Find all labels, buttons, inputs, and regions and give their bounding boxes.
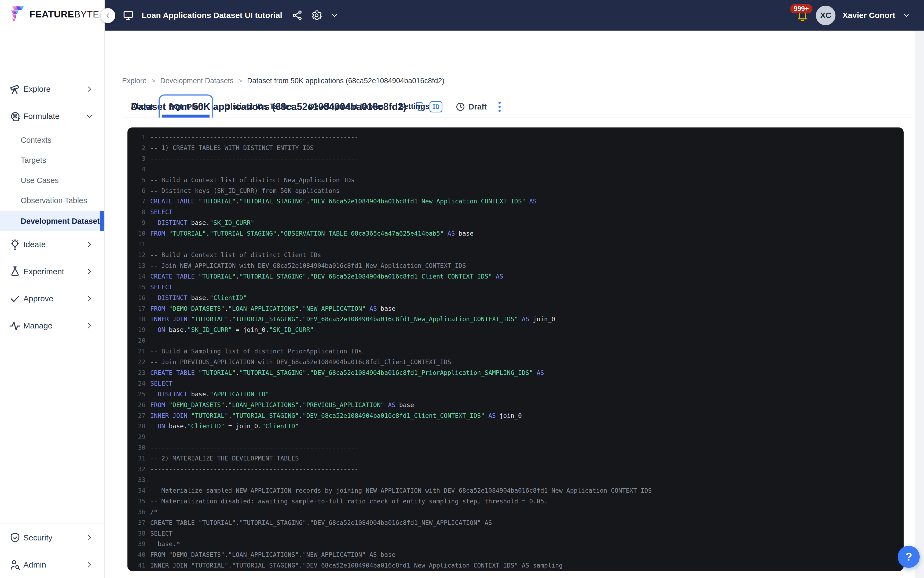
line-number: 25 — [127, 389, 146, 400]
chevron-right-icon — [86, 268, 93, 275]
line-number: 22 — [127, 357, 146, 368]
help-button[interactable]: ? — [898, 546, 920, 568]
code-line: 27INNER JOIN "TUTORIAL"."TUTORIAL_STAGIN… — [127, 411, 904, 421]
clock-icon — [455, 102, 465, 112]
line-number: 33 — [127, 475, 146, 485]
brand-wordmark: FEATUREBYTE — [29, 9, 99, 19]
code-line: 37CREATE TABLE "TUTORIAL"."TUTORIAL_STAG… — [127, 518, 904, 528]
sidebar-item-formulate[interactable]: Formulate — [0, 103, 104, 130]
sidebar-collapse-button[interactable] — [101, 8, 115, 23]
sidebar-item-contexts[interactable]: Contexts — [0, 130, 104, 150]
topbar: Loan Applications Dataset UI tutorial 99… — [105, 0, 924, 31]
breadcrumb-explore[interactable]: Explore — [122, 77, 147, 85]
code-line: 10FROM "TUTORIAL"."TUTORIAL_STAGING"."OB… — [127, 228, 904, 239]
avatar[interactable]: XC — [816, 6, 835, 25]
line-number: 39 — [127, 539, 146, 550]
code-line: 39 base.* — [127, 539, 904, 550]
code-line: 1---------------------------------------… — [127, 132, 904, 143]
tab-distinct-ids-tables[interactable]: Distinct IDs Tables — [223, 102, 295, 111]
line-number: 2 — [127, 143, 146, 154]
breadcrumb-separator: > — [152, 77, 156, 85]
line-number: 38 — [127, 528, 146, 539]
gear-icon[interactable] — [311, 10, 323, 21]
featurebyte-logo-icon — [11, 6, 26, 23]
page-scrollbar-track[interactable] — [915, 31, 924, 578]
shield-check-icon — [9, 532, 21, 544]
copy-id-icon[interactable]: ID — [430, 101, 443, 112]
user-search-icon — [9, 559, 21, 571]
line-number: 5 — [127, 175, 146, 186]
chevron-right-icon — [86, 85, 93, 93]
code-line: 5-- Build a Context list of distinct New… — [127, 175, 904, 186]
code-line: 17FROM "DEMO_DATASETS"."LOAN_APPLICATION… — [127, 304, 904, 314]
code-line: 9 DISTINCT base."SK_ID_CURR" — [127, 218, 904, 228]
status-badge: Draft — [455, 102, 487, 112]
line-number: 15 — [127, 282, 146, 293]
tab-sql-plan[interactable]: SQL Plan — [159, 94, 213, 118]
line-number: 6 — [127, 186, 146, 196]
line-number: 40 — [127, 550, 146, 560]
sidebar-item-security[interactable]: Security — [0, 524, 104, 551]
sidebar: FEATUREBYTE Explore Formulate Contexts — [0, 0, 105, 578]
code-line: 34-- Materialize sampled NEW_APPLICATION… — [127, 485, 904, 496]
code-line: 11 — [127, 239, 904, 250]
line-number: 4 — [127, 164, 146, 175]
sidebar-item-use-cases[interactable]: Use Cases — [0, 170, 104, 190]
code-line: 13-- Join NEW_APPLICATION with DEV_68ca5… — [127, 261, 904, 271]
notification-badge: 999+ — [790, 4, 812, 13]
share-icon[interactable] — [291, 10, 303, 21]
chevron-down-icon[interactable] — [330, 11, 339, 20]
chevron-right-icon — [86, 322, 93, 330]
sidebar-item-experiment[interactable]: Experiment — [0, 258, 104, 285]
code-line: 25 DISTINCT base."APPLICATION_ID" — [127, 389, 904, 400]
tab-settings[interactable]: Settings — [397, 102, 431, 111]
code-line: 41INNER JOIN "TUTORIAL"."TUTORIAL_STAGIN… — [127, 560, 904, 571]
line-number: 3 — [127, 154, 146, 164]
code-line: 12-- Build a Context list of distinct Cl… — [127, 250, 904, 261]
sidebar-item-approve[interactable]: Approve — [0, 285, 104, 312]
notifications-button[interactable]: 999+ — [796, 9, 809, 22]
chevron-down-icon — [86, 112, 93, 120]
line-number: 23 — [127, 368, 146, 378]
code-line: 40FROM "DEMO_DATASETS"."LOAN_APPLICATION… — [127, 550, 904, 560]
code-line: 26FROM "DEMO_DATASETS"."LOAN_APPLICATION… — [127, 400, 904, 411]
line-number: 13 — [127, 261, 146, 271]
status-label: Draft — [469, 102, 487, 111]
line-number: 34 — [127, 485, 146, 496]
kebab-menu-icon[interactable] — [498, 101, 502, 113]
code-line: 33 — [127, 475, 904, 485]
breadcrumb-development-datasets[interactable]: Development Datasets — [160, 77, 233, 85]
featurebyte-logo[interactable]: FEATUREBYTE — [11, 6, 99, 23]
sidebar-item-observation-tables[interactable]: Observation Tables — [0, 190, 104, 210]
line-number: 11 — [127, 239, 146, 250]
sql-plan-editor[interactable]: 1---------------------------------------… — [127, 127, 904, 571]
code-line: 35-- Materialization disabled: awaiting … — [127, 496, 904, 507]
sidebar-item-explore[interactable]: Explore — [0, 76, 104, 102]
line-number: 14 — [127, 271, 146, 282]
line-number: 37 — [127, 518, 146, 528]
sidebar-item-development-datasets[interactable]: Development Datasets — [0, 211, 104, 231]
line-number: 41 — [127, 560, 146, 571]
chevron-left-icon — [105, 13, 111, 18]
code-line: 15SELECT — [127, 282, 904, 293]
sidebar-item-admin[interactable]: Admin — [0, 552, 104, 578]
chevron-right-icon — [86, 561, 93, 568]
line-number: 17 — [127, 304, 146, 314]
line-number: 26 — [127, 400, 146, 411]
line-number: 12 — [127, 250, 146, 261]
sidebar-item-ideate[interactable]: Ideate — [0, 231, 104, 258]
tab-development-tables[interactable]: Development Tables — [307, 102, 385, 111]
code-line: 21-- Build a Sampling list of distinct P… — [127, 346, 904, 357]
user-menu-chevron-icon[interactable] — [902, 11, 910, 19]
sidebar-item-manage[interactable]: Manage — [0, 312, 104, 339]
user-name: Xavier Conort — [843, 11, 895, 20]
tab-about[interactable]: About — [129, 102, 155, 111]
code-line: 30--------------------------------------… — [127, 443, 904, 453]
tab-bar: About SQL Plan Distinct IDs Tables Devel… — [129, 94, 431, 118]
sql-code: 1---------------------------------------… — [127, 132, 904, 571]
check-icon — [9, 292, 21, 305]
line-number: 31 — [127, 453, 146, 464]
line-number: 30 — [127, 443, 146, 453]
telescope-icon — [9, 83, 21, 95]
sidebar-item-targets[interactable]: Targets — [0, 150, 104, 170]
